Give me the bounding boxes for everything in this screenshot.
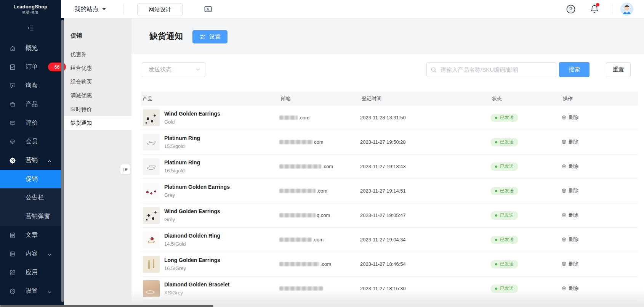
user-avatar[interactable] xyxy=(620,3,633,16)
product-variant: 16.5/Grey xyxy=(164,265,220,271)
submenu-list: 优惠券组合优惠组合购买满减优惠限时特价缺货通知 xyxy=(64,48,131,130)
registered-time: 2023-11-27 18:46:54 xyxy=(360,261,490,267)
delete-button[interactable]: 删除 xyxy=(561,187,578,194)
table-row: Diamond Golden BraceletXS/Grey2023-11-27… xyxy=(141,276,638,301)
action-cell: 删除 xyxy=(561,285,638,292)
delete-button[interactable]: 删除 xyxy=(561,260,578,267)
topbar-divider-2 xyxy=(612,4,612,14)
notification-bell-icon[interactable] xyxy=(590,4,599,15)
sidebar-item-询盘[interactable]: 询盘 xyxy=(0,76,61,95)
sidebar-item-label: 询盘 xyxy=(26,82,38,90)
site-selector[interactable]: 我的站点 xyxy=(74,0,106,18)
submenu-item-组合优惠[interactable]: 组合优惠 xyxy=(64,61,131,75)
product-cell: Diamond Golden BraceletXS/Grey xyxy=(141,280,279,297)
settings-icon xyxy=(9,288,16,295)
delete-label: 删除 xyxy=(569,138,578,145)
redacted-email xyxy=(279,262,319,266)
sidebar-item-营销弹窗[interactable]: 营销弹窗 xyxy=(0,207,61,226)
sidebar-item-内容[interactable]: 内容 xyxy=(0,244,61,263)
delete-button[interactable]: 删除 xyxy=(561,236,578,243)
email-suffix: .com xyxy=(322,164,333,169)
product-cell: Long Golden Earrings16.5/Grey xyxy=(141,256,279,273)
delete-label: 删除 xyxy=(569,187,578,194)
sidebar-collapse-button[interactable] xyxy=(0,18,61,39)
delete-label: 删除 xyxy=(569,285,578,292)
send-status-select[interactable]: 发送状态 xyxy=(142,62,205,77)
trash-icon xyxy=(561,188,567,193)
submenu-item-组合购买[interactable]: 组合购买 xyxy=(64,75,131,89)
sidebar-scrollbar-thumb[interactable] xyxy=(61,20,64,302)
sidebar-item-会员[interactable]: 会员 xyxy=(0,132,61,151)
delete-button[interactable]: 删除 xyxy=(561,163,578,170)
sidebar-item-促销[interactable]: 促销 xyxy=(0,170,61,188)
table-row: Platinum Ring15.5/goldcom2023-11-27 19:5… xyxy=(141,130,638,154)
collapse-panel-button[interactable] xyxy=(120,164,131,175)
secondary-sidebar: 促销 优惠券组合优惠组合购买满减优惠限时特价缺货通知 xyxy=(64,18,131,307)
sidebar-item-label: 内容 xyxy=(26,250,38,258)
sidebar-item-订单[interactable]: 订单66 xyxy=(0,58,61,76)
action-cell: 删除 xyxy=(561,236,638,243)
action-cell: 删除 xyxy=(561,212,638,219)
site-design-button[interactable]: 网站设计 xyxy=(137,3,183,16)
brand-name: LeadongShop xyxy=(14,4,48,10)
sidebar-item-评价[interactable]: 评价 xyxy=(0,114,61,132)
topbar-divider xyxy=(123,4,123,14)
product-name: Diamond Golden Ring xyxy=(164,233,220,239)
redacted-email xyxy=(279,116,298,120)
delete-button[interactable]: 删除 xyxy=(561,285,578,292)
status-label: 已发送 xyxy=(500,236,514,243)
product-cell: Wind Golden EarringsGrey xyxy=(141,207,279,224)
horizontal-scrollbar-thumb[interactable] xyxy=(0,305,213,307)
brand-tagline: 领动·领售 xyxy=(22,10,39,15)
product-variant: Grey xyxy=(164,192,230,198)
submenu-item-缺货通知[interactable]: 缺货通知 xyxy=(64,116,131,130)
search-icon xyxy=(431,67,437,73)
redacted-email xyxy=(279,189,316,193)
status-dot-icon xyxy=(495,141,497,143)
search-button[interactable]: 搜索 xyxy=(559,62,590,77)
sidebar-item-设置[interactable]: 设置 xyxy=(0,282,61,301)
sidebar-item-label: 营销 xyxy=(26,156,38,164)
sidebar-item-label: 概览 xyxy=(26,44,38,52)
inquiry-icon xyxy=(9,82,16,89)
horizontal-scrollbar[interactable] xyxy=(0,305,644,307)
registered-time: 2023-11-27 19:50:28 xyxy=(360,139,490,145)
registered-time: 2023-11-27 19:14:51 xyxy=(360,188,490,194)
delete-button[interactable]: 删除 xyxy=(561,212,578,219)
search-input[interactable] xyxy=(440,66,552,73)
table-body: Wind Golden EarringsGold.com2023-11-28 1… xyxy=(141,106,638,307)
sidebar-scrollbar[interactable] xyxy=(61,18,64,307)
status-cell: 已发送 xyxy=(490,284,561,293)
delete-button[interactable]: 删除 xyxy=(561,114,578,121)
video-tutorial-icon[interactable] xyxy=(203,4,213,14)
email-cell: .com xyxy=(279,115,360,121)
reset-button[interactable]: 重置 xyxy=(606,62,631,77)
delete-button[interactable]: 删除 xyxy=(561,138,578,145)
product-thumbnail xyxy=(143,183,160,199)
status-cell: 已发送 xyxy=(490,260,561,268)
status-label: 已发送 xyxy=(500,163,514,170)
help-icon[interactable] xyxy=(566,4,576,16)
settings-button[interactable]: 设置 xyxy=(192,30,227,43)
sidebar-item-营销[interactable]: 营销 xyxy=(0,151,61,170)
product-variant: 16.5/gold xyxy=(164,168,200,174)
email-suffix: .com xyxy=(320,261,331,267)
sidebar-item-公告栏[interactable]: 公告栏 xyxy=(0,188,61,207)
submenu-item-限时特价[interactable]: 限时特价 xyxy=(64,103,131,116)
status-dot-icon xyxy=(495,190,497,192)
sidebar-item-应用[interactable]: 应用 xyxy=(0,263,61,282)
email-cell: .com xyxy=(279,237,360,243)
status-dot-icon xyxy=(495,166,497,168)
sidebar-item-文章[interactable]: 文章 xyxy=(0,226,61,244)
sidebar-item-label: 公告栏 xyxy=(26,194,44,202)
product-thumbnail xyxy=(143,158,160,175)
status-dot-icon xyxy=(495,288,497,290)
submenu-item-优惠券[interactable]: 优惠券 xyxy=(64,48,131,61)
product-thumbnail xyxy=(143,109,160,126)
sidebar-item-概览[interactable]: 概览 xyxy=(0,39,61,58)
sidebar-item-产品[interactable]: 产品 xyxy=(0,95,61,114)
product-name: Diamond Golden Bracelet xyxy=(164,281,229,288)
submenu-item-满减优惠[interactable]: 满减优惠 xyxy=(64,89,131,103)
product-name: Wind Golden Earrings xyxy=(164,208,220,214)
status-badge: 已发送 xyxy=(490,114,518,122)
